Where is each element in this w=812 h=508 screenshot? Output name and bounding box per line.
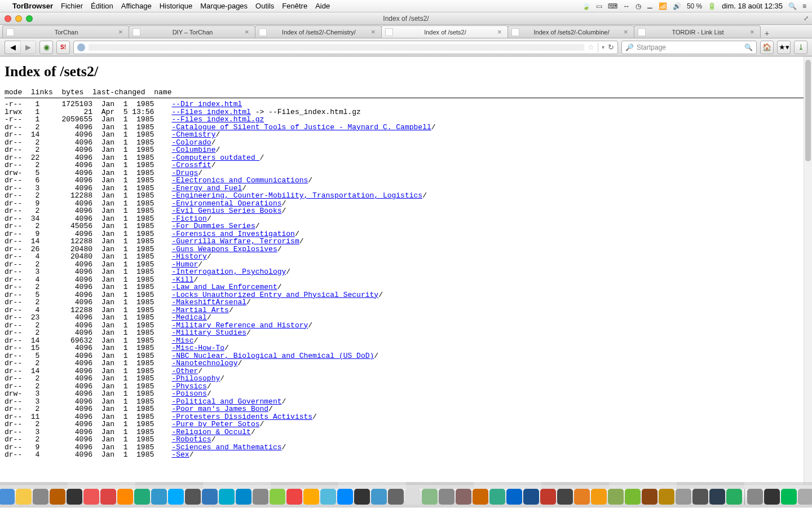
tab-3[interactable]: Index of /sets2/× [381, 25, 508, 38]
fullscreen-button[interactable]: ⤢ [804, 15, 809, 22]
back-button[interactable]: ◀ [5, 41, 20, 54]
battery-icon[interactable]: 🔋 [708, 2, 716, 10]
tab-4[interactable]: Index of /sets2/-Columbine/× [508, 25, 634, 38]
scrollbar-thumb[interactable] [805, 60, 811, 161]
url-text[interactable] [89, 44, 584, 51]
app-menu[interactable]: TorBrowser [12, 2, 53, 10]
menu-affichage[interactable]: Affichage [121, 2, 152, 10]
dock-app-icon[interactable] [50, 489, 65, 505]
dock-app-icon[interactable] [591, 489, 607, 505]
tab-2[interactable]: Index of /sets2/-Chemistry/× [255, 25, 382, 38]
dock-app-icon[interactable] [83, 489, 99, 505]
tab-close-icon[interactable]: × [371, 28, 378, 36]
dock-app-icon[interactable] [747, 489, 763, 505]
notification-center-icon[interactable]: ≡ [802, 2, 806, 10]
bluetooth-icon[interactable]: ⚊ [647, 2, 653, 10]
dock-app-icon[interactable] [117, 489, 133, 505]
dock-app-icon[interactable] [540, 489, 556, 505]
dock-app-icon[interactable] [388, 489, 404, 505]
dock-app-icon[interactable] [337, 489, 353, 505]
dock-app-icon[interactable] [371, 489, 387, 505]
dock-app-icon[interactable] [303, 489, 319, 505]
sync-icon[interactable]: ↔ [623, 2, 630, 10]
timemachine-icon[interactable]: ◷ [636, 2, 641, 10]
search-submit-icon[interactable]: 🔍 [744, 43, 753, 51]
dock-app-icon[interactable] [692, 489, 708, 505]
search-engine-icon[interactable]: 🔎 [625, 43, 633, 51]
dock-app-icon[interactable] [523, 489, 539, 505]
menu-marque-pages[interactable]: Marque-pages [200, 2, 248, 10]
tab-close-icon[interactable]: × [118, 28, 125, 36]
tab-close-icon[interactable]: × [750, 28, 757, 36]
dock-app-icon[interactable] [608, 489, 624, 505]
dock-app-icon[interactable] [506, 489, 522, 505]
dock-app-icon[interactable] [202, 489, 218, 505]
dock-app-icon[interactable] [557, 489, 573, 505]
dock-app-icon[interactable] [134, 489, 150, 505]
bookmark-star-icon[interactable]: ☆ [588, 43, 594, 51]
dock-app-icon[interactable] [676, 489, 691, 505]
dock-app-icon[interactable] [168, 489, 184, 505]
dock-app-icon[interactable] [100, 489, 116, 505]
keyboard-icon[interactable]: ⌨ [608, 2, 617, 10]
page-content[interactable]: Index of /sets2/ mode links bytes last-c… [0, 56, 812, 485]
tab-0[interactable]: TorChan× [2, 25, 129, 38]
dock-app-icon[interactable] [456, 489, 471, 505]
dock-app-icon[interactable] [489, 489, 505, 505]
window-titlebar[interactable]: Index of /sets2/ ⤢ [0, 12, 812, 25]
listing-link[interactable]: -Sex [171, 450, 189, 459]
search-bar[interactable]: 🔎 Startpage 🔍 [621, 41, 757, 54]
dock-app-icon[interactable] [320, 489, 336, 505]
dock-app-icon[interactable] [219, 489, 235, 505]
dock-app-icon[interactable] [439, 489, 454, 505]
menu-fenetre[interactable]: Fenêtre [282, 2, 307, 10]
dropdown-icon[interactable]: ▾ [602, 44, 604, 50]
dock-app-icon[interactable] [764, 489, 780, 505]
dock-app-icon[interactable] [659, 489, 674, 505]
dock-app-icon[interactable] [422, 489, 438, 505]
dock-app-icon[interactable] [286, 489, 302, 505]
menu-fichier[interactable]: Fichier [61, 2, 83, 10]
site-identity-icon[interactable] [77, 43, 85, 51]
reload-button[interactable]: ↻ [608, 43, 614, 51]
tab-5[interactable]: TORDIR - Link List× [634, 25, 761, 38]
dock-app-icon[interactable] [236, 489, 251, 505]
dock-app-icon[interactable] [270, 489, 285, 505]
wifi-icon[interactable]: 📶 [659, 2, 667, 10]
menu-edition[interactable]: Édition [91, 2, 113, 10]
menu-historique[interactable]: Historique [160, 2, 193, 10]
torbutton-icon[interactable]: ◉ [39, 41, 53, 54]
new-tab-button[interactable]: + [760, 29, 774, 38]
tab-close-icon[interactable]: × [624, 28, 630, 36]
volume-icon[interactable]: 🔊 [673, 2, 681, 10]
leaf-icon[interactable]: 🍃 [582, 2, 590, 10]
dock[interactable] [0, 485, 812, 508]
dock-app-icon[interactable] [0, 489, 15, 505]
dock-app-icon[interactable] [354, 489, 370, 505]
battery-pct[interactable]: 50 % [687, 2, 702, 10]
dock-app-icon[interactable] [151, 489, 167, 505]
dock-app-icon[interactable] [642, 489, 657, 505]
menubar-clock[interactable]: dim. 18 août 12:35 [722, 2, 783, 10]
display-icon[interactable]: ▭ [596, 2, 602, 10]
downloads-button[interactable]: ⤓ [794, 41, 807, 54]
url-bar[interactable]: ☆ ▾ ↻ [73, 41, 618, 54]
forward-button[interactable]: ▶ [20, 41, 36, 54]
tab-close-icon[interactable]: × [497, 28, 504, 36]
dock-app-icon[interactable] [16, 489, 32, 505]
bookmarks-menu-button[interactable]: ★▾ [777, 41, 791, 54]
home-button[interactable]: 🏠 [760, 41, 774, 54]
menu-aide[interactable]: Aide [315, 2, 330, 10]
dock-app-icon[interactable] [67, 489, 82, 505]
tab-1[interactable]: DIY – TorChan× [129, 25, 255, 38]
dock-app-icon[interactable] [709, 489, 725, 505]
menu-outils[interactable]: Outils [255, 2, 274, 10]
tab-close-icon[interactable]: × [245, 28, 251, 36]
dock-app-icon[interactable] [726, 489, 742, 505]
dock-app-icon[interactable] [33, 489, 48, 505]
spotlight-icon[interactable]: 🔍 [788, 2, 797, 10]
dock-app-icon[interactable] [473, 489, 488, 505]
dock-app-icon[interactable] [253, 489, 268, 505]
dock-app-icon[interactable] [625, 489, 641, 505]
vertical-scrollbar[interactable] [804, 56, 812, 485]
